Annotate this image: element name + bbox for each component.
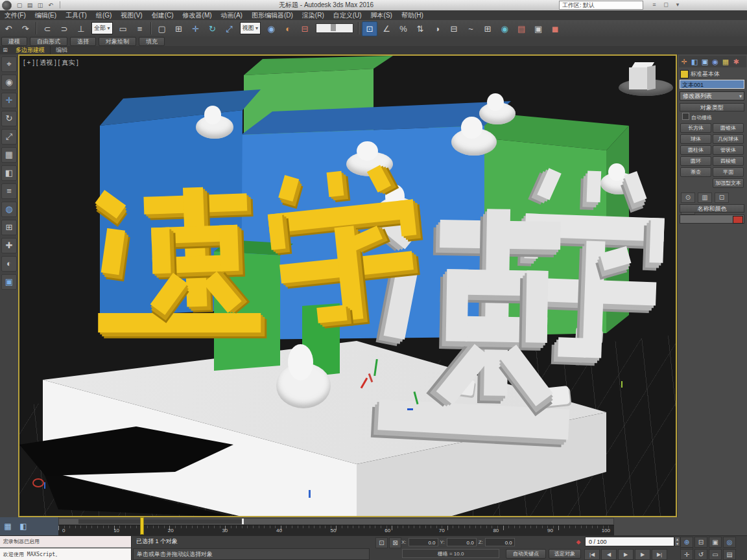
snap-toggle-3d-icon[interactable]: ⊡ xyxy=(362,21,377,36)
render-setup-icon[interactable]: ▤ xyxy=(514,21,529,36)
toolbar-mini-slider[interactable] xyxy=(316,23,353,33)
redo-icon[interactable]: ↷ xyxy=(18,21,33,36)
hierarchy-tab-icon[interactable]: ▣ xyxy=(700,56,710,67)
ribbon-tab-populate[interactable]: 填充 xyxy=(139,37,165,46)
menu-customize[interactable]: 自定义(U) xyxy=(329,10,366,20)
viewcube-side-face[interactable] xyxy=(647,65,656,90)
cylinder-button[interactable]: 圆柱体 xyxy=(680,145,711,155)
listener-row[interactable]: 欢迎使用 MAXScript。 xyxy=(0,548,131,560)
maxscript-mini-listener[interactable]: 宏录制器已启用 欢迎使用 MAXScript。 xyxy=(0,536,132,560)
pyramid-button[interactable]: 四棱锥 xyxy=(713,156,744,166)
cloud-1[interactable] xyxy=(196,115,233,139)
open-file-icon[interactable]: ▤ xyxy=(25,1,35,10)
coord-x-field[interactable]: 0.0 xyxy=(409,538,438,546)
menu-file[interactable]: 文件(F) xyxy=(0,10,30,20)
modify-tool-icon[interactable]: ◧ xyxy=(1,165,17,181)
keyboard-shortcut-toggle-icon[interactable]: ⊟ xyxy=(297,21,313,36)
torus-button[interactable]: 圆环 xyxy=(680,156,711,166)
make-unique-icon[interactable]: ⊡ xyxy=(715,192,729,203)
grid-tool-icon[interactable]: ▦ xyxy=(1,147,17,163)
info-icon[interactable]: ≡ xyxy=(648,1,660,9)
ribbon-tab-selection[interactable]: 选择 xyxy=(70,37,96,46)
ribbon-tab-freeform[interactable]: 自由形式 xyxy=(30,37,67,46)
teapot-button[interactable]: 茶壶 xyxy=(680,167,711,177)
coord-z-field[interactable]: 0.0 xyxy=(485,538,515,546)
select-and-rotate-icon[interactable]: ↻ xyxy=(205,21,220,36)
menu-tools[interactable]: 工具(T) xyxy=(61,10,91,20)
select-and-scale-icon[interactable]: ⤢ xyxy=(222,21,237,36)
go-to-end-icon[interactable]: ▶| xyxy=(652,549,667,560)
zoom-all-icon[interactable]: ⊟ xyxy=(694,537,707,548)
workspace-selector[interactable]: 工作区: 默认 xyxy=(559,1,643,10)
auto-key-button[interactable]: 自动关键点 xyxy=(506,549,546,559)
maximize-viewport-toggle-icon[interactable]: ▤ xyxy=(723,549,736,560)
cloud-ground[interactable] xyxy=(276,363,331,408)
move-tool-icon[interactable]: ✛ xyxy=(1,93,17,108)
box-button[interactable]: 长方体 xyxy=(680,123,711,133)
color-swatch-red[interactable] xyxy=(733,216,743,224)
current-frame-field[interactable]: 0 / 100 xyxy=(585,537,674,546)
tube-button[interactable]: 管状体 xyxy=(713,145,744,155)
menu-help[interactable]: 帮助(H) xyxy=(397,10,428,20)
ribbon-tab-object-paint[interactable]: 对象绘制 xyxy=(99,37,136,46)
viewport-label[interactable]: [ + ] [ 透视 ] [ 真实 ] xyxy=(23,58,78,67)
cloud-4[interactable] xyxy=(479,102,516,124)
perspective-viewport[interactable]: [ + ] [ 透视 ] [ 真实 ] xyxy=(18,54,677,517)
menu-create[interactable]: 创建(C) xyxy=(147,10,178,20)
percent-snap-icon[interactable]: % xyxy=(396,21,411,36)
undo-icon[interactable]: ↶ xyxy=(45,1,56,10)
name-color-rollout[interactable]: 名称和颜色 xyxy=(680,204,744,213)
display-tab-icon[interactable]: ▦ xyxy=(720,56,731,67)
cloud-3[interactable] xyxy=(451,128,497,156)
undo-icon[interactable]: ↶ xyxy=(1,21,16,36)
ribbon-active-panel[interactable]: 多边形建模 xyxy=(10,46,50,54)
object-color-swatch[interactable] xyxy=(680,70,689,78)
name-color-field[interactable] xyxy=(680,215,744,224)
mini-curve-editor-icon[interactable]: ▦ xyxy=(1,520,14,533)
use-pivot-center-icon[interactable]: ◉ xyxy=(263,21,279,36)
schematic-view-icon[interactable]: ⊞ xyxy=(480,21,495,36)
select-and-manipulate-icon[interactable]: ◐ xyxy=(280,21,296,36)
modifier-list-dropdown[interactable]: 修改器列表▾ xyxy=(680,91,744,100)
coord-y-field[interactable]: 0.0 xyxy=(447,538,477,546)
workspace-arrow-icon[interactable]: ▾ xyxy=(672,1,683,9)
material-editor-icon[interactable]: ◉ xyxy=(497,21,512,36)
viewcube[interactable] xyxy=(616,61,676,100)
select-and-move-icon[interactable]: ✛ xyxy=(188,21,204,36)
create-tab-icon[interactable]: ✛ xyxy=(679,56,689,67)
time-slider-playhead[interactable] xyxy=(140,517,144,535)
menu-edit[interactable]: 编辑(E) xyxy=(30,10,61,20)
lock-selection-icon[interactable]: ⊠ xyxy=(389,537,401,548)
rotate-tool-icon[interactable]: ↻ xyxy=(1,111,17,126)
layers-tool-icon[interactable]: ≡ xyxy=(1,183,17,199)
checkbox-icon[interactable] xyxy=(682,113,689,120)
utilities-tab-icon[interactable]: ✱ xyxy=(731,56,741,67)
select-by-name-icon[interactable]: ≡ xyxy=(132,21,148,36)
previous-frame-icon[interactable]: ◀ xyxy=(601,549,617,560)
go-to-start-icon[interactable]: |◀ xyxy=(584,549,600,560)
zoom-extents-all-icon[interactable]: ◎ xyxy=(723,537,736,548)
menu-views[interactable]: 视图(V) xyxy=(116,10,147,20)
cone-button[interactable]: 圆锥体 xyxy=(713,123,744,133)
pin-stack-icon[interactable]: ⊙ xyxy=(681,192,695,203)
spinner-snap-icon[interactable]: ⇅ xyxy=(412,21,428,36)
window-crossing-icon[interactable]: ⊞ xyxy=(171,21,187,36)
reference-coordinate-dropdown[interactable]: 视图 ▾ xyxy=(240,22,261,34)
play-animation-icon[interactable]: ▶ xyxy=(618,549,634,560)
save-file-icon[interactable]: ◫ xyxy=(35,1,45,10)
paint-tool-icon[interactable]: ◉ xyxy=(1,75,17,90)
menu-animation[interactable]: 动画(A) xyxy=(217,10,247,20)
scene-text-front-xue[interactable] xyxy=(255,163,433,335)
box-tool-icon[interactable]: ⊞ xyxy=(1,220,17,235)
select-tool-icon[interactable]: ⌖ xyxy=(1,56,17,72)
ribbon-tab-modeling[interactable]: 建模 xyxy=(1,37,27,46)
curve-editor-icon[interactable]: ~ xyxy=(463,21,479,36)
sphere-tool-icon[interactable]: ◍ xyxy=(1,202,17,217)
motion-tab-icon[interactable]: ◉ xyxy=(710,56,720,67)
unlink-selection-icon[interactable]: ⊃ xyxy=(56,21,72,36)
geosphere-button[interactable]: 几何球体 xyxy=(713,134,744,144)
mirror-icon[interactable]: ◑ xyxy=(429,21,445,36)
modify-tab-icon[interactable]: ◧ xyxy=(689,56,700,67)
show-end-result-icon[interactable]: ▥ xyxy=(698,192,712,203)
align-icon[interactable]: ⊟ xyxy=(446,21,462,36)
